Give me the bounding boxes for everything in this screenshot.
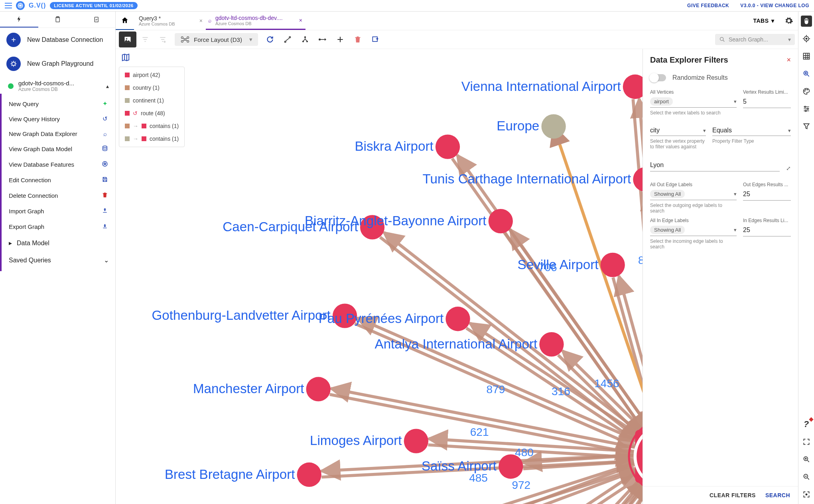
filter-button-2[interactable] — [154, 32, 171, 47]
filter-type-select[interactable]: Equals ▾ — [712, 125, 791, 136]
chevron-up-icon[interactable]: ▴ — [106, 83, 109, 89]
menu-export[interactable]: Export Graph — [2, 219, 115, 234]
svg-text:621: 621 — [470, 426, 489, 438]
legend-country[interactable]: country (1) — [119, 81, 184, 94]
help-button[interactable]: ? — [801, 419, 812, 430]
refresh-button[interactable] — [261, 32, 279, 47]
svg-point-189 — [541, 114, 566, 138]
menu-edit-connection[interactable]: Edit Connection — [2, 172, 115, 188]
expand-icon[interactable]: ⤢ — [786, 165, 791, 171]
settings-button[interactable] — [780, 12, 798, 30]
caret-down-icon: ▾ — [788, 128, 791, 134]
palette-button[interactable] — [801, 86, 812, 97]
svg-point-9 — [181, 37, 183, 39]
brand-text: G.V() — [29, 2, 46, 9]
topbar: G.V() LICENSE ACTIVE UNTIL 01/02/2026 GI… — [0, 0, 814, 11]
svg-point-13 — [184, 39, 186, 41]
connection-name: gdotv-ltd-cosmos-d... — [18, 80, 101, 87]
menu-history[interactable]: View Query History ↺ — [2, 111, 115, 126]
tab-explorer[interactable]: ⌕ gdotv-ltd-cosmos-db-dev.... Azure Cosm… — [206, 12, 305, 30]
svg-point-8 — [126, 38, 127, 39]
in-edge-select[interactable]: Showing All ▾ — [650, 224, 737, 236]
svg-text:Europe: Europe — [497, 118, 539, 133]
sidebar-tab-connections[interactable] — [0, 12, 38, 28]
filter-value-input[interactable] — [650, 159, 780, 171]
graph-canvas[interactable]: 7068793161456621480485972231360557346792… — [116, 49, 798, 504]
funnel-button[interactable] — [801, 121, 812, 132]
property-select[interactable]: city ▾ — [650, 125, 706, 136]
out-limit-input[interactable] — [743, 188, 791, 201]
zoom-in-button[interactable] — [801, 454, 812, 465]
edge-button[interactable] — [314, 32, 331, 47]
graph-search[interactable]: Search Graph... ▾ — [715, 34, 795, 45]
menu-new-explorer[interactable]: New Graph Data Explorer ⌕ — [2, 126, 115, 141]
mouse-mode-button[interactable] — [801, 16, 812, 27]
explore-icon: ⌕ — [101, 130, 109, 137]
sidebar-tab-clipboard[interactable] — [38, 12, 77, 28]
wand-icon: ✦ — [101, 100, 109, 107]
graph-toolbar: Force Layout (D3) ▾ — [116, 30, 798, 49]
fullscreen-button[interactable] — [801, 436, 812, 447]
vertex-label-select[interactable]: airport ▾ — [650, 96, 737, 108]
new-connection-button[interactable]: + New Database Connection — [0, 28, 115, 52]
menu-saved-queries[interactable]: Saved Queries ⌄ — [2, 252, 115, 269]
connection-item[interactable]: gdotv-ltd-cosmos-d... Azure Cosmos DB ▴ — [0, 76, 115, 94]
menu-import[interactable]: Import Graph — [2, 203, 115, 219]
legend-contains-1[interactable]: →contains (1) — [119, 120, 184, 132]
menu-data-model[interactable]: View Graph Data Model — [2, 141, 115, 157]
path-button[interactable] — [279, 32, 296, 47]
tree-button[interactable] — [296, 32, 314, 47]
grid-button[interactable] — [801, 51, 812, 62]
map-icon[interactable] — [121, 53, 130, 63]
svg-text:Biarritz-Anglet-Bayonne Airpor: Biarritz-Anglet-Bayonne Airport — [305, 213, 487, 228]
vertex-limit-input[interactable] — [743, 96, 791, 108]
history-icon: ↺ — [101, 115, 109, 122]
legend-route[interactable]: ↺route (48) — [119, 107, 184, 120]
delete-button[interactable] — [349, 32, 367, 47]
zoom-out-button[interactable] — [801, 471, 812, 482]
image-mode-button[interactable] — [119, 32, 136, 47]
in-limit-input[interactable] — [743, 224, 791, 236]
randomize-toggle[interactable] — [650, 74, 666, 81]
caret-down-icon: ▾ — [771, 18, 775, 24]
locate-button[interactable] — [801, 33, 812, 44]
home-tab[interactable] — [116, 12, 134, 30]
close-icon[interactable]: × — [786, 56, 791, 64]
svg-point-137 — [489, 209, 513, 233]
menu-delete-connection[interactable]: Delete Connection — [2, 188, 115, 203]
fit-button[interactable] — [801, 489, 812, 500]
feedback-link[interactable]: GIVE FEEDBACK — [687, 3, 729, 8]
svg-point-195 — [805, 73, 806, 74]
sliders-button[interactable] — [801, 103, 812, 114]
explore-rail-button[interactable] — [801, 68, 812, 79]
tabs-dropdown[interactable]: TABS ▾ — [747, 12, 780, 30]
changelog-link[interactable]: V3.0.0 - VIEW CHANGE LOG — [740, 3, 809, 8]
layout-select[interactable]: Force Layout (D3) ▾ — [175, 33, 258, 46]
svg-text:Vienna International Airport: Vienna International Airport — [461, 79, 621, 94]
logo-icon — [16, 1, 25, 10]
license-pill[interactable]: LICENSE ACTIVE UNTIL 01/02/2026 — [50, 2, 138, 9]
new-playground-button[interactable]: New Graph Playground — [0, 52, 115, 76]
svg-point-153 — [404, 429, 428, 453]
trash-icon — [101, 192, 109, 199]
legend-continent[interactable]: continent (1) — [119, 94, 184, 107]
out-edge-select[interactable]: Showing All ▾ — [650, 188, 737, 200]
close-icon[interactable]: × — [199, 18, 203, 24]
menu-new-query[interactable]: New Query ✦ — [2, 96, 115, 111]
filter-button-1[interactable] — [136, 32, 154, 47]
legend-airport[interactable]: airport (42) — [119, 69, 184, 81]
close-icon[interactable]: × — [299, 17, 302, 24]
menu-icon[interactable] — [5, 3, 12, 8]
add-button[interactable] — [331, 32, 349, 47]
menu-features[interactable]: View Database Features — [2, 157, 115, 172]
export-button[interactable] — [367, 32, 384, 47]
clear-filters-button[interactable]: CLEAR FILTERS — [710, 492, 756, 498]
legend-contains-2[interactable]: →contains (1) — [119, 132, 184, 145]
sidebar-tab-tasks[interactable] — [77, 12, 115, 28]
svg-point-16 — [304, 36, 306, 38]
menu-data-model-collapse[interactable]: ▸Data Model — [2, 234, 115, 252]
search-button[interactable]: SEARCH — [765, 492, 790, 498]
tab-query3[interactable]: Query3 * Azure Cosmos DB × — [134, 12, 206, 30]
svg-point-139 — [601, 253, 625, 277]
svg-point-127 — [436, 135, 460, 159]
